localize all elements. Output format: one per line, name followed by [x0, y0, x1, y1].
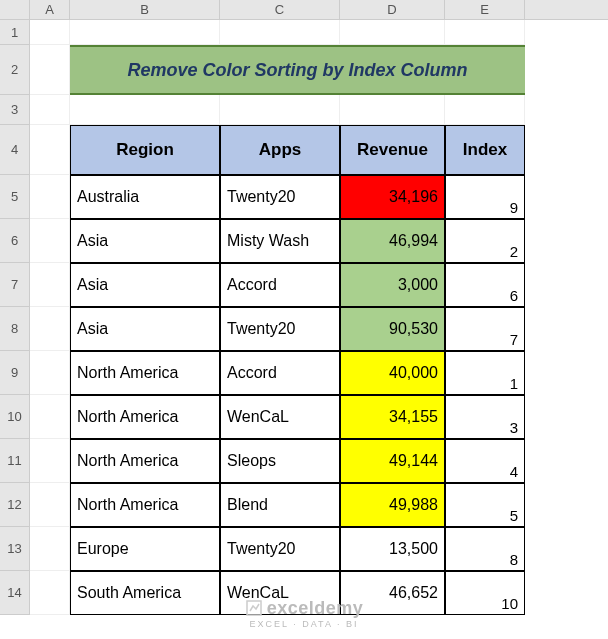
cell[interactable] — [220, 20, 340, 45]
spreadsheet: A B C D E 1 2 Remove Color Sorting by In… — [0, 0, 608, 615]
cell-region[interactable]: Europe — [70, 527, 220, 571]
cell-region[interactable]: North America — [70, 483, 220, 527]
cell-index[interactable]: 7 — [445, 307, 525, 351]
cell-region[interactable]: Asia — [70, 263, 220, 307]
cell[interactable] — [340, 20, 445, 45]
cell-region[interactable]: Asia — [70, 307, 220, 351]
table-header-region[interactable]: Region — [70, 125, 220, 175]
cell[interactable] — [30, 307, 70, 351]
cell-index[interactable]: 10 — [445, 571, 525, 615]
cell[interactable] — [220, 95, 340, 125]
row-header-14[interactable]: 14 — [0, 571, 30, 615]
row-header-9[interactable]: 9 — [0, 351, 30, 395]
cell-region[interactable]: North America — [70, 395, 220, 439]
cell[interactable] — [30, 45, 70, 95]
cell-revenue[interactable]: 46,652 — [340, 571, 445, 615]
cell-revenue[interactable]: 49,144 — [340, 439, 445, 483]
cell[interactable] — [30, 175, 70, 219]
cell[interactable] — [30, 351, 70, 395]
cell-index[interactable]: 1 — [445, 351, 525, 395]
cell-revenue[interactable]: 46,994 — [340, 219, 445, 263]
cell[interactable] — [70, 20, 220, 45]
cell[interactable] — [30, 20, 70, 45]
cell-apps[interactable]: Twenty20 — [220, 175, 340, 219]
cell-region[interactable]: Asia — [70, 219, 220, 263]
cell-index[interactable]: 5 — [445, 483, 525, 527]
cell[interactable] — [30, 125, 70, 175]
cell-revenue[interactable]: 34,196 — [340, 175, 445, 219]
col-header-D[interactable]: D — [340, 0, 445, 19]
table-row: 13EuropeTwenty2013,5008 — [0, 527, 608, 571]
cell-index[interactable]: 6 — [445, 263, 525, 307]
cell-revenue[interactable]: 49,988 — [340, 483, 445, 527]
cell-index[interactable]: 3 — [445, 395, 525, 439]
row-header-8[interactable]: 8 — [0, 307, 30, 351]
table-row: 8AsiaTwenty2090,5307 — [0, 307, 608, 351]
cell-apps[interactable]: Twenty20 — [220, 527, 340, 571]
cell[interactable] — [340, 95, 445, 125]
row-header-2[interactable]: 2 — [0, 45, 30, 95]
cell-index[interactable]: 4 — [445, 439, 525, 483]
col-header-B[interactable]: B — [70, 0, 220, 19]
cell[interactable] — [30, 527, 70, 571]
table-header-index[interactable]: Index — [445, 125, 525, 175]
col-header-C[interactable]: C — [220, 0, 340, 19]
grid: 1 2 Remove Color Sorting by Index Column… — [0, 20, 608, 615]
table-row: 11North AmericaSleops49,1444 — [0, 439, 608, 483]
cell-apps[interactable]: Sleops — [220, 439, 340, 483]
cell-revenue[interactable]: 34,155 — [340, 395, 445, 439]
cell[interactable] — [445, 95, 525, 125]
table-row: 14South AmericaWenCaL46,65210 — [0, 571, 608, 615]
cell-index[interactable]: 8 — [445, 527, 525, 571]
table-row: 7AsiaAccord3,0006 — [0, 263, 608, 307]
table-row: 5AustraliaTwenty2034,1969 — [0, 175, 608, 219]
row-header-12[interactable]: 12 — [0, 483, 30, 527]
row-header-1[interactable]: 1 — [0, 20, 30, 45]
col-header-E[interactable]: E — [445, 0, 525, 19]
cell[interactable] — [30, 263, 70, 307]
row-header-11[interactable]: 11 — [0, 439, 30, 483]
row-header-7[interactable]: 7 — [0, 263, 30, 307]
cell-apps[interactable]: Accord — [220, 351, 340, 395]
cell[interactable] — [30, 439, 70, 483]
column-headers-row: A B C D E — [0, 0, 608, 20]
select-all-corner[interactable] — [0, 0, 30, 19]
row-header-3[interactable]: 3 — [0, 95, 30, 125]
cell-region[interactable]: North America — [70, 351, 220, 395]
cell-apps[interactable]: WenCaL — [220, 395, 340, 439]
table-header-apps[interactable]: Apps — [220, 125, 340, 175]
table-row: 9North AmericaAccord40,0001 — [0, 351, 608, 395]
cell-apps[interactable]: Misty Wash — [220, 219, 340, 263]
cell[interactable] — [445, 20, 525, 45]
cell-revenue[interactable]: 3,000 — [340, 263, 445, 307]
cell[interactable] — [30, 219, 70, 263]
cell-revenue[interactable]: 90,530 — [340, 307, 445, 351]
table-header-revenue[interactable]: Revenue — [340, 125, 445, 175]
row-header-5[interactable]: 5 — [0, 175, 30, 219]
row-header-6[interactable]: 6 — [0, 219, 30, 263]
cell-region[interactable]: North America — [70, 439, 220, 483]
page-title[interactable]: Remove Color Sorting by Index Column — [70, 45, 525, 95]
cell-revenue[interactable]: 40,000 — [340, 351, 445, 395]
cell-apps[interactable]: WenCaL — [220, 571, 340, 615]
cell-index[interactable]: 2 — [445, 219, 525, 263]
table-row: 12North AmericaBlend49,9885 — [0, 483, 608, 527]
cell-revenue[interactable]: 13,500 — [340, 527, 445, 571]
col-header-A[interactable]: A — [30, 0, 70, 19]
row-header-4[interactable]: 4 — [0, 125, 30, 175]
cell-apps[interactable]: Blend — [220, 483, 340, 527]
cell-region[interactable]: South America — [70, 571, 220, 615]
cell[interactable] — [30, 95, 70, 125]
cell-apps[interactable]: Accord — [220, 263, 340, 307]
cell[interactable] — [70, 95, 220, 125]
cell-region[interactable]: Australia — [70, 175, 220, 219]
cell[interactable] — [30, 395, 70, 439]
row-header-13[interactable]: 13 — [0, 527, 30, 571]
cell[interactable] — [30, 571, 70, 615]
table-row: 10North AmericaWenCaL34,1553 — [0, 395, 608, 439]
cell[interactable] — [30, 483, 70, 527]
row-header-10[interactable]: 10 — [0, 395, 30, 439]
watermark-sub: EXCEL · DATA · BI — [0, 619, 608, 629]
cell-index[interactable]: 9 — [445, 175, 525, 219]
cell-apps[interactable]: Twenty20 — [220, 307, 340, 351]
